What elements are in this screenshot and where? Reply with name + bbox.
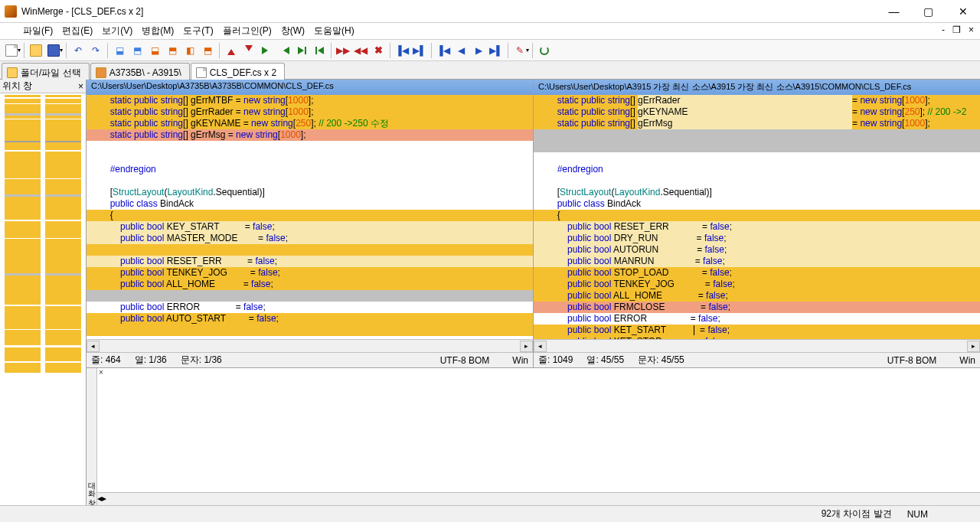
main-area: 위치 창 × C:\Users\User\Desktop\A3735B\A373… [0,80,980,505]
left-status: 줄: 464 열: 1/36 문자: 1/36 UTF-8 BOMWin [87,352,533,367]
tab-file-compare[interactable]: CLS_DEF.cs x 2 [191,63,285,80]
app-icon [5,5,17,18]
file-icon [196,67,207,78]
menu-view[interactable]: 보기(V) [97,23,137,39]
diff-area: C:\Users\User\Desktop\A3735B\A3735B\COMM… [87,80,980,505]
merge-body[interactable]: × ◂▸ [97,368,980,505]
diff-nav-5[interactable]: ◧ [181,42,198,59]
right-path: C:\Users\User\Desktop\A3915 가장 최신 소스\A39… [534,80,980,95]
close-button[interactable]: ✕ [946,0,980,22]
left-pane: C:\Users\User\Desktop\A3735B\A3735B\COMM… [87,80,534,367]
tabbar: 폴더/파일 선택 A3735B\ - A3915\ CLS_DEF.cs x 2 [0,61,980,80]
tab-label: 폴더/파일 선택 [21,67,81,80]
refresh-button[interactable] [536,42,553,59]
undo-button[interactable]: ↶ [70,42,87,59]
mdi-restore[interactable]: ❐ [949,24,964,35]
all-left-button[interactable]: ◀◀ [352,42,369,59]
nav-last[interactable]: ▶▌ [488,42,505,59]
menu-file[interactable]: 파일(F) [18,23,57,39]
menu-help[interactable]: 도움말(H) [309,23,359,39]
new-button[interactable] [3,42,20,59]
location-pane: 위치 창 × [0,80,87,505]
tab-folder-select[interactable]: 폴더/파일 선택 [2,63,90,80]
menu-tools[interactable]: 도구(T) [178,23,217,39]
statusbar: 92개 차이점 발견 NUM [0,505,980,522]
next-diff-button[interactable] [240,42,257,59]
titlebar: WinMerge - [CLS_DEF.cs x 2] — ▢ ✕ [0,0,980,23]
prev-diff-button[interactable] [223,42,240,59]
right-pane: C:\Users\User\Desktop\A3915 가장 최신 소스\A39… [534,80,980,367]
mdi-minimize[interactable]: - [939,24,948,35]
menu-merge[interactable]: 병합(M) [137,23,178,39]
all-right-button[interactable]: ▶▶ [335,42,351,59]
maximize-button[interactable]: ▢ [911,0,946,22]
copy-right-button[interactable] [258,42,275,59]
location-pane-close[interactable]: × [78,81,83,92]
left-code[interactable]: static public string[] gErrMTBF = new st… [87,95,533,339]
right-hscroll[interactable]: ◂▸ [534,339,980,352]
last-diff-button[interactable]: ▶▌ [411,42,428,59]
left-path: C:\Users\User\Desktop\A3735B\A3735B\COMM… [87,80,533,95]
nav-prev[interactable]: ◀ [452,42,469,59]
diff-nav-2[interactable]: ⬒ [129,42,145,59]
copy-left-adv-button[interactable] [311,42,328,59]
tab-folder-pair[interactable]: A3735B\ - A3915\ [90,63,190,80]
menu-window[interactable]: 창(W) [276,23,309,39]
merge-close-icon[interactable]: × [99,368,103,377]
tab-label: A3735B\ - A3915\ [109,67,181,78]
merge-hscroll[interactable]: ◂▸ [97,492,980,505]
copy-left-button[interactable] [276,42,292,59]
menu-plugins[interactable]: 플러그인(P) [218,23,276,39]
window-title: WinMerge - [CLS_DEF.cs x 2] [21,6,877,17]
diff-nav-4[interactable]: ⬒ [164,42,181,59]
mdi-icon [3,26,14,37]
merge-pane: 대화 창 × ◂▸ [87,367,980,505]
right-code[interactable]: static public string[] gErrRader = new s… [534,95,980,339]
diff-count: 92개 차이점 발견 [822,507,892,520]
copy-right-adv-button[interactable] [293,42,310,59]
diff-nav-1[interactable]: ⬓ [111,42,128,59]
redo-button[interactable]: ↷ [87,42,104,59]
folder-icon [96,67,106,78]
location-bars[interactable] [0,93,86,505]
diff-nav-3[interactable]: ⬓ [146,42,163,59]
mdi-close[interactable]: × [965,24,977,35]
toolbar: ▾ ▾ ↶ ↷ ⬓ ⬒ ⬓ ⬒ ◧ ⬒ ▶▶ ◀◀ ✖ ▐◀ ▶▌ ▐◀ ◀ ▶… [0,40,980,61]
right-status: 줄: 1049 열: 45/55 문자: 45/55 UTF-8 BOMWin [534,352,980,367]
open-button[interactable] [28,42,44,59]
nav-first[interactable]: ▐◀ [435,42,452,59]
delete-button[interactable]: ✖ [370,42,387,59]
menu-edit[interactable]: 편집(E) [57,23,97,39]
folder-icon [7,67,18,78]
menubar: 파일(F) 편집(E) 보기(V) 병합(M) 도구(T) 플러그인(P) 창(… [0,23,980,40]
diff-nav-6[interactable]: ⬒ [199,42,216,59]
merge-pane-label: 대화 창 [87,368,97,505]
left-hscroll[interactable]: ◂▸ [87,339,533,352]
location-pane-title: 위치 창 × [0,80,86,93]
tab-label: CLS_DEF.cs x 2 [210,67,276,78]
numlock-indicator: NUM [907,509,928,520]
minimize-button[interactable]: — [877,0,911,22]
first-diff-button[interactable]: ▐◀ [394,42,410,59]
nav-next[interactable]: ▶ [470,42,487,59]
